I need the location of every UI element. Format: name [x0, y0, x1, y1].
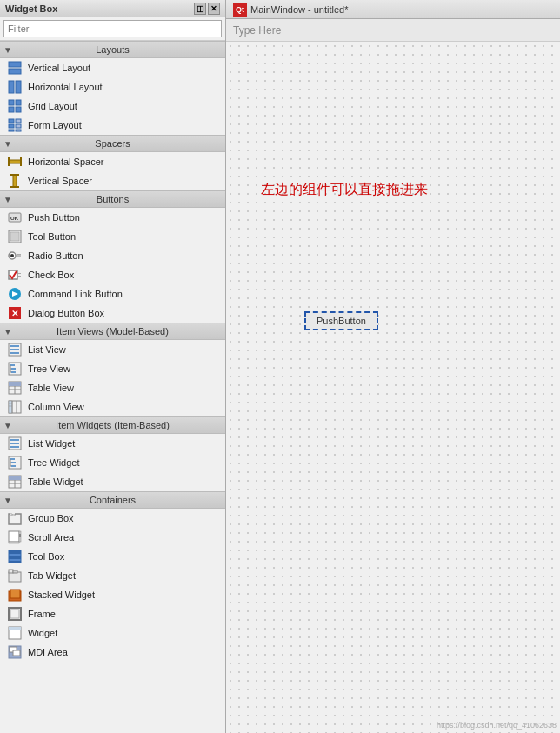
table-view-label: Table View [28, 383, 74, 393]
svg-rect-10 [9, 124, 14, 128]
svg-rect-85 [9, 556, 21, 559]
section-containers[interactable]: ▼ Containers [0, 491, 225, 509]
item-radio-button[interactable]: Radio Button [0, 246, 225, 265]
main-window: Qt MainWindow - untitled* Type Here 左边的组… [226, 0, 560, 733]
tree-view-label: Tree View [28, 363, 70, 374]
section-item-views[interactable]: ▼ Item Views (Model-Based) [0, 323, 225, 340]
item-tree-widget[interactable]: Tree Widget [0, 453, 225, 472]
section-buttons-label: Buttons [97, 194, 129, 204]
item-tab-widget[interactable]: Tab Widget [0, 566, 225, 585]
watermark-text: https://blog.csdn.net/qq_41062638 [437, 721, 557, 730]
svg-rect-31 [18, 276, 21, 277]
svg-rect-17 [13, 175, 17, 187]
item-tool-box[interactable]: Tool Box [0, 547, 225, 566]
push-button-widget[interactable]: PushButton [304, 311, 378, 330]
svg-rect-91 [10, 590, 20, 598]
mdi-area-icon [7, 644, 23, 660]
item-scroll-area[interactable]: Scroll Area [0, 528, 225, 547]
svg-rect-8 [9, 119, 14, 123]
item-list-widget[interactable]: List Widget [0, 434, 225, 453]
item-command-link-button[interactable]: Command Link Button [0, 284, 225, 303]
item-mdi-area[interactable]: MDI Area [0, 643, 225, 662]
widget-box: Widget Box ◫ ✕ ▼ Layouts Vertical Layout… [0, 0, 226, 733]
svg-rect-52 [15, 382, 21, 386]
svg-rect-1 [9, 69, 21, 74]
svg-rect-74 [9, 476, 15, 480]
svg-rect-93 [10, 610, 19, 618]
svg-rect-98 [13, 650, 20, 656]
filter-input[interactable] [3, 20, 222, 37]
section-item-views-label: Item Views (Model-Based) [57, 326, 169, 337]
svg-rect-79 [9, 531, 19, 542]
svg-rect-61 [10, 443, 19, 444]
item-views-toggle: ▼ [3, 327, 12, 337]
svg-rect-12 [9, 130, 14, 131]
item-stacked-widget[interactable]: Stacked Widget [0, 585, 225, 604]
item-column-view[interactable]: Column View [0, 397, 225, 416]
frame-label: Frame [28, 609, 56, 619]
scroll-area-label: Scroll Area [28, 532, 74, 543]
hint-text: 左边的组件可以直接拖进来 [261, 181, 428, 199]
column-view-label: Column View [28, 402, 84, 412]
item-table-view[interactable]: Table View [0, 378, 225, 397]
list-widget-icon [7, 436, 23, 451]
svg-rect-2 [9, 81, 14, 93]
type-here-bar[interactable]: Type Here [226, 19, 560, 42]
svg-point-25 [10, 254, 14, 257]
list-view-icon [7, 342, 23, 357]
item-vertical-spacer[interactable]: Vertical Spacer [0, 171, 225, 190]
tree-view-icon [7, 361, 23, 376]
item-frame[interactable]: Frame [0, 604, 225, 623]
svg-rect-54 [9, 401, 12, 413]
svg-rect-88 [9, 570, 13, 573]
canvas-area[interactable]: 左边的组件可以直接拖进来 PushButton https://blog.csd… [226, 42, 560, 733]
layouts-toggle: ▼ [3, 45, 12, 55]
svg-text:Grp: Grp [10, 512, 16, 516]
section-spacers[interactable]: ▼ Spacers [0, 135, 225, 152]
push-button-label: Push Button [28, 212, 80, 223]
svg-rect-75 [15, 476, 21, 480]
section-layouts[interactable]: ▼ Layouts [0, 41, 225, 58]
item-tool-button[interactable]: Tool Button [0, 227, 225, 246]
svg-rect-84 [9, 550, 21, 554]
item-form-layout[interactable]: Form Layout [0, 116, 225, 135]
svg-rect-43 [11, 371, 16, 373]
item-table-widget[interactable]: Table Widget [0, 472, 225, 491]
widget-box-float-button[interactable]: ◫ [194, 3, 206, 15]
svg-rect-95 [9, 627, 21, 630]
tool-box-icon [7, 549, 23, 564]
item-check-box[interactable]: Check Box [0, 265, 225, 284]
section-item-widgets[interactable]: ▼ Item Widgets (Item-Based) [0, 416, 225, 434]
item-horizontal-layout[interactable]: Horizontal Layout [0, 77, 225, 97]
item-group-box[interactable]: Grp Group Box [0, 509, 225, 528]
item-horizontal-spacer[interactable]: Horizontal Spacer [0, 152, 225, 171]
section-buttons[interactable]: ▼ Buttons [0, 190, 225, 208]
qt-icon: Qt [233, 3, 247, 17]
item-widget[interactable]: Widget [0, 623, 225, 643]
mdi-area-label: MDI Area [28, 647, 68, 657]
svg-text:✕: ✕ [11, 309, 18, 318]
item-tree-view[interactable]: Tree View [0, 359, 225, 378]
item-push-button[interactable]: OK Push Button [0, 208, 225, 227]
command-link-button-label: Command Link Button [28, 289, 123, 299]
item-list-view[interactable]: List View [0, 340, 225, 359]
svg-rect-37 [10, 345, 19, 347]
svg-rect-60 [10, 439, 19, 441]
item-grid-layout[interactable]: Grid Layout [0, 97, 225, 116]
tool-button-label: Tool Button [28, 231, 76, 242]
item-vertical-layout[interactable]: Vertical Layout [0, 58, 225, 77]
list-widget-label: List Widget [28, 438, 75, 449]
svg-rect-9 [16, 119, 21, 123]
grid-layout-icon [7, 98, 23, 114]
list-view-label: List View [28, 344, 66, 355]
main-title-bar: Qt MainWindow - untitled* [226, 0, 560, 19]
group-box-label: Group Box [28, 513, 74, 523]
widget-box-close-button[interactable]: ✕ [208, 3, 220, 15]
check-box-label: Check Box [28, 270, 74, 280]
tab-widget-icon [7, 568, 23, 583]
type-here-text: Type Here [233, 24, 281, 37]
check-box-icon [7, 267, 23, 283]
item-dialog-button-box[interactable]: ✕ Dialog Button Box [0, 303, 225, 323]
push-button-icon: OK [7, 210, 23, 225]
stacked-widget-icon [7, 587, 23, 603]
